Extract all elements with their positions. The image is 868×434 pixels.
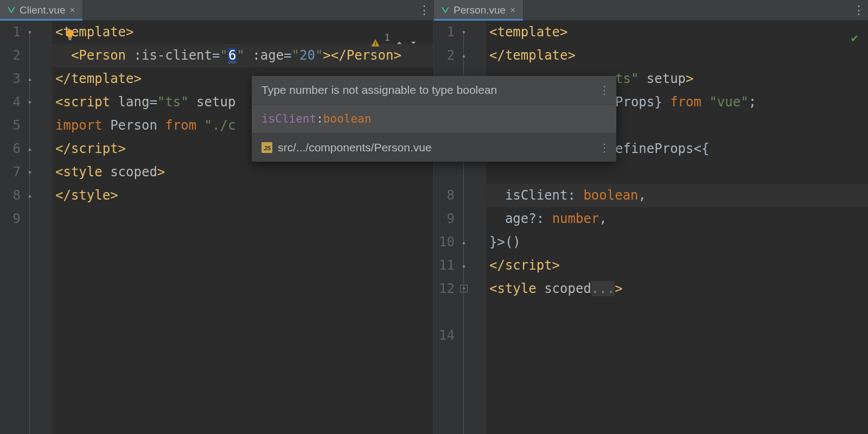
code-line[interactable]: </script> [489, 254, 868, 277]
lineno: 2 [0, 44, 21, 67]
lineno [434, 301, 455, 324]
code-line[interactable] [489, 324, 868, 347]
tab-label: Person.vue [454, 4, 506, 16]
next-highlight-icon[interactable] [409, 33, 418, 43]
code-line[interactable] [489, 161, 868, 184]
error-token[interactable]: 6 [228, 48, 237, 63]
close-icon[interactable]: × [70, 5, 75, 15]
gutter-left: 1 2 3 4 5 6 7 8 9 ▾ ▴ ▾ ▴ ▾ ▴ [0, 21, 52, 434]
lineno: 3 [0, 67, 21, 91]
lineno: 1 [0, 21, 21, 44]
ok-check-icon[interactable]: ✔ [851, 26, 858, 49]
lineno: 1 [434, 21, 455, 44]
vue-logo-icon [8, 7, 15, 14]
tab-bar-right: Person.vue × ⋮ [434, 0, 868, 21]
lineno: 8 [0, 184, 21, 207]
tooltip-message: Type number is not assignable to type bo… [261, 84, 497, 97]
fold-column: ▾ ▴ ▾ ▴ ▾ ▴ [25, 21, 52, 434]
tooltip-message-row: Type number is not assignable to type bo… [252, 76, 616, 104]
warning-count: 1 [385, 26, 390, 49]
tab-person-vue[interactable]: Person.vue × [434, 0, 524, 20]
code-line[interactable]: </template> [489, 44, 868, 67]
svg-rect-3 [375, 44, 376, 46]
tab-client-vue[interactable]: Client.vue × [0, 0, 83, 20]
code-line[interactable]: </style> [55, 184, 433, 207]
svg-rect-0 [68, 38, 72, 39]
fold-toggle-icon[interactable]: ▴ [460, 238, 468, 246]
warning-icon [371, 33, 380, 43]
fold-toggle-icon[interactable]: ▴ [26, 145, 34, 152]
editor-pane-right: Person.vue × ⋮ 1 2 8 9 10 11 [434, 0, 868, 434]
inspection-widget[interactable]: 1 [371, 26, 418, 49]
lineno: 9 [0, 207, 21, 231]
lineno: 11 [434, 254, 455, 277]
code-line[interactable]: age?: number, [489, 207, 868, 231]
svg-rect-1 [69, 39, 71, 40]
fold-expand-icon[interactable]: + [460, 285, 468, 292]
tooltip-type: boolean [323, 112, 372, 125]
tab-bar-left: Client.vue × ⋮ [0, 0, 433, 21]
tooltip-actions-icon[interactable]: ⋮ [599, 84, 610, 97]
lineno: 4 [0, 91, 21, 114]
vue-logo-icon [442, 7, 449, 14]
tab-label: Client.vue [20, 4, 66, 16]
tooltip-location-row[interactable]: JS src/.../components/Person.vue ⋮ [252, 133, 616, 162]
lineno: 5 [0, 114, 21, 137]
inspection-tooltip: Type number is not assignable to type bo… [252, 76, 616, 162]
tooltip-location: src/.../components/Person.vue [278, 141, 432, 154]
prev-highlight-icon[interactable] [394, 33, 404, 43]
lineno: 12 [434, 277, 455, 301]
line-numbers: 1 2 3 4 5 6 7 8 9 [0, 21, 25, 434]
fold-toggle-icon[interactable]: ▾ [460, 28, 468, 36]
lineno: 2 [434, 44, 455, 67]
lineno: 9 [434, 207, 455, 231]
tab-overflow-menu[interactable]: ⋮ [850, 0, 868, 20]
intention-bulb-icon[interactable] [64, 25, 76, 37]
code-line[interactable]: <style scoped...> [489, 277, 868, 301]
lineno: 10 [434, 231, 455, 254]
code-line[interactable]: <template> [489, 21, 868, 44]
fold-toggle-icon[interactable]: ▾ [26, 98, 34, 106]
js-file-icon: JS [261, 142, 272, 153]
fold-toggle-icon[interactable]: ▴ [26, 192, 34, 199]
code-line[interactable] [489, 301, 868, 324]
lineno: 14 [434, 324, 455, 347]
fold-toggle-icon[interactable]: ▴ [460, 52, 468, 59]
code-line[interactable]: <style scoped> [55, 161, 433, 184]
split-editor: Client.vue × ⋮ 1 2 3 4 5 6 7 8 9 [0, 0, 868, 434]
folded-placeholder[interactable]: ... [591, 281, 615, 296]
editor-pane-left: Client.vue × ⋮ 1 2 3 4 5 6 7 8 9 [0, 0, 434, 434]
fold-toggle-icon[interactable]: ▴ [26, 75, 34, 82]
fold-toggle-icon[interactable]: ▾ [26, 168, 34, 176]
fold-toggle-icon[interactable]: ▾ [26, 28, 34, 36]
svg-text:JS: JS [264, 145, 271, 151]
lineno [434, 161, 455, 184]
svg-rect-2 [375, 42, 376, 44]
code-line[interactable]: isClient: boolean, [489, 184, 868, 207]
fold-toggle-icon[interactable]: ▴ [460, 261, 468, 269]
tab-overflow-menu[interactable]: ⋮ [415, 0, 433, 20]
close-icon[interactable]: × [510, 5, 515, 15]
code-line[interactable] [55, 207, 433, 231]
lineno: 6 [0, 137, 21, 161]
tooltip-param: isClient [261, 112, 316, 125]
lineno: 7 [0, 161, 21, 184]
lineno: 8 [434, 184, 455, 207]
code-line[interactable]: }>() [489, 231, 868, 254]
tooltip-actions-icon[interactable]: ⋮ [599, 141, 610, 154]
tooltip-signature-row: isClient: boolean [252, 105, 616, 133]
